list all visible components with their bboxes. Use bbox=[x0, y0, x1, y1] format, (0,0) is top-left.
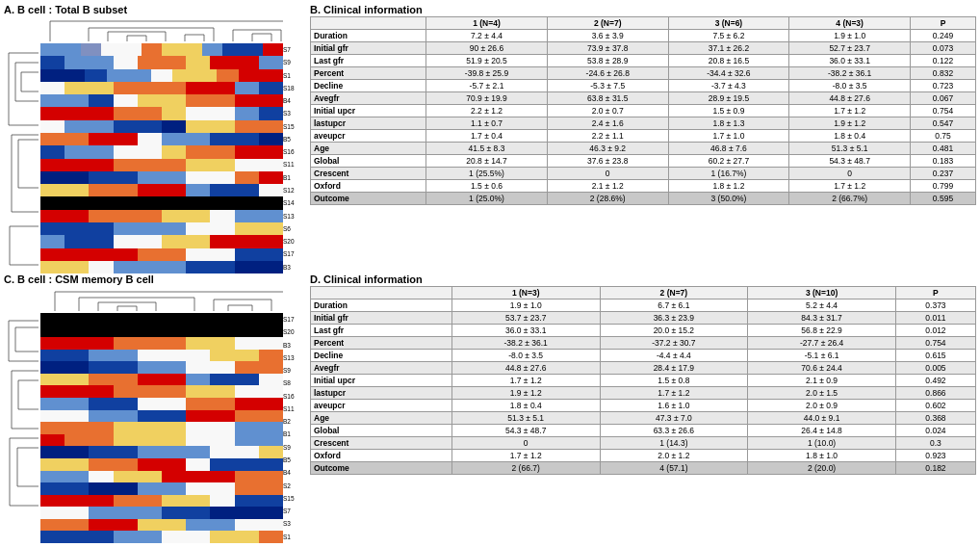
table-cell: 51.9 ± 20.5 bbox=[426, 55, 548, 67]
table-row-label: Percent bbox=[311, 337, 452, 350]
table-cell: 28.4 ± 17.9 bbox=[600, 362, 748, 375]
table-cell: 0.067 bbox=[911, 92, 976, 105]
table-cell: 0.249 bbox=[911, 30, 976, 42]
table-cell: -8.0 ± 3.5 bbox=[789, 80, 911, 92]
left-dendrogram-a bbox=[4, 43, 40, 274]
panel-a-title: A. B cell : Total B subset bbox=[4, 4, 304, 15]
table-cell: 0.492 bbox=[895, 375, 975, 387]
table-cell: 1.7 ± 1.2 bbox=[600, 387, 748, 400]
table-cell: 1.8 ± 0.4 bbox=[789, 130, 911, 143]
table-cell: 0.012 bbox=[895, 325, 975, 337]
table-cell: 0.373 bbox=[895, 300, 975, 312]
table-cell: -3.7 ± 4.3 bbox=[668, 80, 789, 92]
table-cell: 0.005 bbox=[895, 362, 975, 375]
table-row-label: Oxford bbox=[311, 180, 426, 193]
table-row-label: Duration bbox=[311, 300, 452, 312]
table-cell: 1 (16.7%) bbox=[668, 168, 789, 180]
col-header-d-3: 3 (N=10) bbox=[748, 287, 896, 300]
table-cell: 52.7 ± 23.7 bbox=[789, 42, 911, 55]
table-cell: 20.8 ± 16.5 bbox=[668, 55, 789, 67]
table-cell: 0.122 bbox=[911, 55, 976, 67]
table-cell: 26.4 ± 14.8 bbox=[748, 425, 896, 437]
table-row-label: Avegfr bbox=[311, 92, 426, 105]
table-cell: 2.2 ± 1.1 bbox=[547, 130, 668, 143]
col-header-d-empty bbox=[311, 287, 452, 300]
table-cell: 73.9 ± 37.8 bbox=[547, 42, 668, 55]
table-cell: -39.8 ± 25.9 bbox=[426, 67, 548, 80]
table-cell: 1.7 ± 0.4 bbox=[426, 130, 548, 143]
table-cell: 56.8 ± 22.9 bbox=[748, 325, 896, 337]
table-cell: -37.2 ± 30.7 bbox=[600, 337, 748, 350]
table-row-label: Global bbox=[311, 425, 452, 437]
table-cell: 0.799 bbox=[911, 180, 976, 193]
table-cell: 2 (66.7%) bbox=[789, 193, 911, 205]
left-panel: A. B cell : Total B subset bbox=[0, 0, 308, 547]
table-cell: 2.0 ± 0.9 bbox=[748, 400, 896, 412]
table-cell: 0.3 bbox=[895, 437, 975, 450]
table-cell: 51.3 ± 5.1 bbox=[451, 412, 600, 425]
panel-d-title: D. Clinical information bbox=[310, 274, 976, 285]
table-cell: 20.8 ± 14.7 bbox=[426, 155, 548, 168]
table-cell: 1 (25.5%) bbox=[426, 168, 548, 180]
table-cell: 2.0 ± 1.5 bbox=[748, 387, 896, 400]
table-row-label: Decline bbox=[311, 80, 426, 92]
table-row-label: aveupcr bbox=[311, 130, 426, 143]
col-header-b-2: 2 (N=7) bbox=[547, 17, 668, 30]
table-cell: 0.182 bbox=[895, 462, 975, 475]
table-row-label: Last gfr bbox=[311, 325, 452, 337]
table-row-label: aveupcr bbox=[311, 400, 452, 412]
table-cell: 36.3 ± 23.9 bbox=[600, 312, 748, 325]
table-cell: -24.6 ± 26.8 bbox=[547, 67, 668, 80]
col-header-b-4: 4 (N=3) bbox=[789, 17, 911, 30]
table-cell: 1.9 ± 1.2 bbox=[789, 117, 911, 130]
table-cell: 0.011 bbox=[895, 312, 975, 325]
table-cell: 1.6 ± 1.0 bbox=[600, 400, 748, 412]
panel-d: D. Clinical information 1 (N=3) 2 (N=7) … bbox=[310, 274, 976, 539]
table-cell: 1 (25.0%) bbox=[426, 193, 548, 205]
table-cell: -8.0 ± 3.5 bbox=[451, 350, 600, 362]
table-row-label: Decline bbox=[311, 350, 452, 362]
table-cell: 1.9 ± 1.2 bbox=[451, 387, 600, 400]
table-cell: -38.2 ± 36.1 bbox=[451, 337, 600, 350]
table-cell: 54.3 ± 48.7 bbox=[789, 155, 911, 168]
table-cell: 0.237 bbox=[911, 168, 976, 180]
table-cell: 20.0 ± 15.2 bbox=[600, 325, 748, 337]
table-row-label: Global bbox=[311, 155, 426, 168]
table-cell: 4 (57.1) bbox=[600, 462, 748, 475]
table-cell: 1.8 ± 1.0 bbox=[748, 450, 896, 462]
table-cell: 2 (66.7) bbox=[451, 462, 600, 475]
table-cell: 0.866 bbox=[895, 387, 975, 400]
table-cell: 2 (28.6%) bbox=[547, 193, 668, 205]
col-header-d-2: 2 (N=7) bbox=[600, 287, 748, 300]
table-cell: 7.2 ± 4.4 bbox=[426, 30, 548, 42]
panel-b-title: B. Clinical information bbox=[310, 4, 976, 15]
table-row-label: Initial upcr bbox=[311, 375, 452, 387]
table-cell: 0.183 bbox=[911, 155, 976, 168]
table-cell: 46.8 ± 7.6 bbox=[668, 143, 789, 155]
table-cell: 0 bbox=[451, 437, 600, 450]
table-row-label: Initial upcr bbox=[311, 105, 426, 117]
col-header-b-1: 1 (N=4) bbox=[426, 17, 548, 30]
table-row-label: Crescent bbox=[311, 437, 452, 450]
table-cell: 0.75 bbox=[911, 130, 976, 143]
table-cell: 3.6 ± 3.9 bbox=[547, 30, 668, 42]
table-row-label: Outcome bbox=[311, 462, 452, 475]
table-cell: 0.723 bbox=[911, 80, 976, 92]
table-cell: 2.4 ± 1.6 bbox=[547, 117, 668, 130]
table-cell: 1.9 ± 1.0 bbox=[789, 30, 911, 42]
col-header-d-1: 1 (N=3) bbox=[451, 287, 600, 300]
table-cell: 44.0 ± 9.1 bbox=[748, 412, 896, 425]
table-cell: 63.3 ± 26.6 bbox=[600, 425, 748, 437]
col-header-b-3: 3 (N=6) bbox=[668, 17, 789, 30]
table-cell: 2.0 ± 0.7 bbox=[547, 105, 668, 117]
table-cell: 0.615 bbox=[895, 350, 975, 362]
table-row-label: Oxford bbox=[311, 450, 452, 462]
table-cell: -34.4 ± 32.6 bbox=[668, 67, 789, 80]
table-cell: 0.754 bbox=[895, 337, 975, 350]
left-dendrogram-c bbox=[4, 313, 40, 543]
table-cell: 51.3 ± 5.1 bbox=[789, 143, 911, 155]
table-cell: 1.7 ± 1.2 bbox=[451, 375, 600, 387]
table-cell: 36.0 ± 33.1 bbox=[789, 55, 911, 67]
table-cell: 0.024 bbox=[895, 425, 975, 437]
table-row-label: Outcome bbox=[311, 193, 426, 205]
